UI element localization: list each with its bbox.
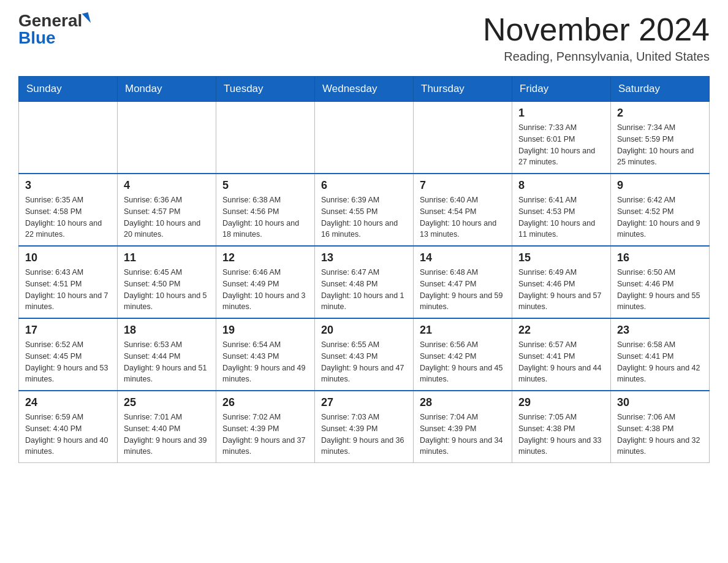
logo-blue-text: Blue xyxy=(18,29,56,47)
calendar-cell: 7Sunrise: 6:40 AM Sunset: 4:54 PM Daylig… xyxy=(414,174,512,246)
weekday-header-saturday: Saturday xyxy=(611,77,710,102)
calendar-week-row: 10Sunrise: 6:43 AM Sunset: 4:51 PM Dayli… xyxy=(19,246,710,318)
day-number: 1 xyxy=(518,107,604,120)
logo-general-text: General xyxy=(18,12,82,29)
calendar-cell: 28Sunrise: 7:04 AM Sunset: 4:39 PM Dayli… xyxy=(414,391,512,463)
day-info: Sunrise: 6:45 AM Sunset: 4:50 PM Dayligh… xyxy=(124,267,210,313)
day-number: 15 xyxy=(518,251,604,264)
calendar-cell: 26Sunrise: 7:02 AM Sunset: 4:39 PM Dayli… xyxy=(216,391,315,463)
calendar-cell: 2Sunrise: 7:34 AM Sunset: 5:59 PM Daylig… xyxy=(611,102,710,174)
calendar-cell: 6Sunrise: 6:39 AM Sunset: 4:55 PM Daylig… xyxy=(315,174,414,246)
weekday-header-sunday: Sunday xyxy=(19,77,118,102)
weekday-header-thursday: Thursday xyxy=(414,77,512,102)
day-info: Sunrise: 7:33 AM Sunset: 6:01 PM Dayligh… xyxy=(518,122,604,168)
title-block: November 2024 Reading, Pennsylvania, Uni… xyxy=(483,12,710,64)
calendar-cell xyxy=(19,102,118,174)
day-number: 7 xyxy=(420,179,506,192)
day-info: Sunrise: 6:47 AM Sunset: 4:48 PM Dayligh… xyxy=(321,267,407,313)
calendar-week-row: 3Sunrise: 6:35 AM Sunset: 4:58 PM Daylig… xyxy=(19,174,710,246)
day-info: Sunrise: 6:55 AM Sunset: 4:43 PM Dayligh… xyxy=(321,339,407,385)
location-subtitle: Reading, Pennsylvania, United States xyxy=(483,50,710,64)
calendar-cell: 3Sunrise: 6:35 AM Sunset: 4:58 PM Daylig… xyxy=(19,174,118,246)
day-info: Sunrise: 7:06 AM Sunset: 4:38 PM Dayligh… xyxy=(617,412,703,458)
day-info: Sunrise: 6:56 AM Sunset: 4:42 PM Dayligh… xyxy=(420,339,506,385)
calendar-cell: 29Sunrise: 7:05 AM Sunset: 4:38 PM Dayli… xyxy=(512,391,611,463)
calendar-week-row: 1Sunrise: 7:33 AM Sunset: 6:01 PM Daylig… xyxy=(19,102,710,174)
weekday-header-monday: Monday xyxy=(118,77,216,102)
day-number: 29 xyxy=(518,396,604,409)
day-info: Sunrise: 6:52 AM Sunset: 4:45 PM Dayligh… xyxy=(25,339,111,385)
day-number: 28 xyxy=(420,396,506,409)
day-number: 25 xyxy=(124,396,210,409)
month-title: November 2024 xyxy=(483,12,710,47)
day-info: Sunrise: 6:50 AM Sunset: 4:46 PM Dayligh… xyxy=(617,267,703,313)
day-number: 14 xyxy=(420,251,506,264)
calendar-cell: 16Sunrise: 6:50 AM Sunset: 4:46 PM Dayli… xyxy=(611,246,710,318)
calendar-table: SundayMondayTuesdayWednesdayThursdayFrid… xyxy=(18,76,710,463)
day-number: 21 xyxy=(420,324,506,337)
day-number: 10 xyxy=(25,251,111,264)
day-number: 13 xyxy=(321,251,407,264)
day-info: Sunrise: 7:03 AM Sunset: 4:39 PM Dayligh… xyxy=(321,412,407,458)
day-info: Sunrise: 7:05 AM Sunset: 4:38 PM Dayligh… xyxy=(518,412,604,458)
day-info: Sunrise: 7:34 AM Sunset: 5:59 PM Dayligh… xyxy=(617,122,703,168)
day-number: 11 xyxy=(124,251,210,264)
calendar-cell: 30Sunrise: 7:06 AM Sunset: 4:38 PM Dayli… xyxy=(611,391,710,463)
day-number: 22 xyxy=(518,324,604,337)
day-number: 16 xyxy=(617,251,703,264)
calendar-cell: 11Sunrise: 6:45 AM Sunset: 4:50 PM Dayli… xyxy=(118,246,216,318)
day-info: Sunrise: 6:43 AM Sunset: 4:51 PM Dayligh… xyxy=(25,267,111,313)
day-number: 27 xyxy=(321,396,407,409)
day-info: Sunrise: 6:48 AM Sunset: 4:47 PM Dayligh… xyxy=(420,267,506,313)
day-info: Sunrise: 6:46 AM Sunset: 4:49 PM Dayligh… xyxy=(222,267,308,313)
day-number: 2 xyxy=(617,107,703,120)
day-number: 8 xyxy=(518,179,604,192)
weekday-header-friday: Friday xyxy=(512,77,611,102)
day-number: 5 xyxy=(222,179,308,192)
day-number: 23 xyxy=(617,324,703,337)
day-number: 26 xyxy=(222,396,308,409)
calendar-cell: 12Sunrise: 6:46 AM Sunset: 4:49 PM Dayli… xyxy=(216,246,315,318)
calendar-cell: 25Sunrise: 7:01 AM Sunset: 4:40 PM Dayli… xyxy=(118,391,216,463)
day-info: Sunrise: 6:58 AM Sunset: 4:41 PM Dayligh… xyxy=(617,339,703,385)
calendar-cell: 13Sunrise: 6:47 AM Sunset: 4:48 PM Dayli… xyxy=(315,246,414,318)
calendar-week-row: 17Sunrise: 6:52 AM Sunset: 4:45 PM Dayli… xyxy=(19,318,710,391)
calendar-cell: 9Sunrise: 6:42 AM Sunset: 4:52 PM Daylig… xyxy=(611,174,710,246)
day-number: 3 xyxy=(25,179,111,192)
calendar-cell: 1Sunrise: 7:33 AM Sunset: 6:01 PM Daylig… xyxy=(512,102,611,174)
calendar-header-row: SundayMondayTuesdayWednesdayThursdayFrid… xyxy=(19,77,710,102)
day-number: 17 xyxy=(25,324,111,337)
calendar-week-row: 24Sunrise: 6:59 AM Sunset: 4:40 PM Dayli… xyxy=(19,391,710,463)
calendar-cell: 19Sunrise: 6:54 AM Sunset: 4:43 PM Dayli… xyxy=(216,318,315,391)
calendar-cell: 27Sunrise: 7:03 AM Sunset: 4:39 PM Dayli… xyxy=(315,391,414,463)
day-info: Sunrise: 6:36 AM Sunset: 4:57 PM Dayligh… xyxy=(124,194,210,240)
day-number: 30 xyxy=(617,396,703,409)
day-info: Sunrise: 6:59 AM Sunset: 4:40 PM Dayligh… xyxy=(25,412,111,458)
calendar-cell: 23Sunrise: 6:58 AM Sunset: 4:41 PM Dayli… xyxy=(611,318,710,391)
day-info: Sunrise: 6:57 AM Sunset: 4:41 PM Dayligh… xyxy=(518,339,604,385)
calendar-cell: 14Sunrise: 6:48 AM Sunset: 4:47 PM Dayli… xyxy=(414,246,512,318)
calendar-cell: 24Sunrise: 6:59 AM Sunset: 4:40 PM Dayli… xyxy=(19,391,118,463)
calendar-cell xyxy=(216,102,315,174)
weekday-header-wednesday: Wednesday xyxy=(315,77,414,102)
day-number: 6 xyxy=(321,179,407,192)
day-number: 12 xyxy=(222,251,308,264)
day-info: Sunrise: 6:40 AM Sunset: 4:54 PM Dayligh… xyxy=(420,194,506,240)
calendar-cell xyxy=(315,102,414,174)
day-info: Sunrise: 6:53 AM Sunset: 4:44 PM Dayligh… xyxy=(124,339,210,385)
day-number: 18 xyxy=(124,324,210,337)
day-number: 9 xyxy=(617,179,703,192)
calendar-cell xyxy=(118,102,216,174)
day-info: Sunrise: 7:02 AM Sunset: 4:39 PM Dayligh… xyxy=(222,412,308,458)
day-info: Sunrise: 6:39 AM Sunset: 4:55 PM Dayligh… xyxy=(321,194,407,240)
calendar-cell: 18Sunrise: 6:53 AM Sunset: 4:44 PM Dayli… xyxy=(118,318,216,391)
calendar-cell: 15Sunrise: 6:49 AM Sunset: 4:46 PM Dayli… xyxy=(512,246,611,318)
day-number: 20 xyxy=(321,324,407,337)
calendar-cell: 5Sunrise: 6:38 AM Sunset: 4:56 PM Daylig… xyxy=(216,174,315,246)
weekday-header-tuesday: Tuesday xyxy=(216,77,315,102)
calendar-cell: 21Sunrise: 6:56 AM Sunset: 4:42 PM Dayli… xyxy=(414,318,512,391)
day-info: Sunrise: 7:04 AM Sunset: 4:39 PM Dayligh… xyxy=(420,412,506,458)
day-info: Sunrise: 6:54 AM Sunset: 4:43 PM Dayligh… xyxy=(222,339,308,385)
day-number: 19 xyxy=(222,324,308,337)
day-info: Sunrise: 6:41 AM Sunset: 4:53 PM Dayligh… xyxy=(518,194,604,240)
